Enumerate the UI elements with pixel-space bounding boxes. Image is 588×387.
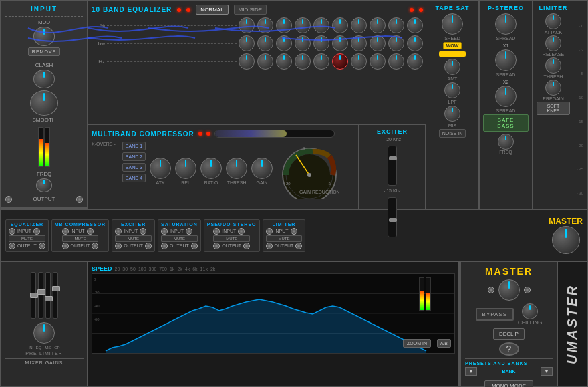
normal-mode-btn[interactable]: NORMAL: [196, 5, 228, 15]
safe-bass-btn[interactable]: SAFE BASS: [483, 114, 529, 132]
exciter-slider-2[interactable]: [388, 197, 397, 237]
eq-knob-bw-8[interactable]: [370, 35, 386, 51]
wow-btn[interactable]: WOW: [443, 42, 462, 49]
mono-mode-btn[interactable]: MONO MODE: [484, 380, 533, 387]
pstereo-spread2-knob[interactable]: [495, 49, 517, 71]
mud-knob[interactable]: [33, 27, 55, 46]
rel-knob[interactable]: [175, 158, 196, 179]
chain-mbcomp-mute[interactable]: MUTE: [62, 235, 99, 242]
fader-cp[interactable]: [53, 272, 58, 319]
remove-button[interactable]: REMOVE: [28, 47, 60, 56]
eq-knob-bw-5[interactable]: [313, 35, 329, 51]
atk-knob[interactable]: [150, 158, 171, 179]
eq-knob-bw-4[interactable]: [295, 35, 311, 51]
declip-btn[interactable]: DECLIP: [493, 328, 525, 340]
freq-11k: 11k: [200, 267, 208, 271]
limiter-controls: LIMITER ATTACK RELEASE THRESH PREGAIN SO…: [537, 5, 570, 205]
eq-knob-p-5[interactable]: [313, 17, 329, 33]
tape-speed-knob[interactable]: [442, 13, 463, 35]
chain-eq-mute[interactable]: MUTE: [9, 235, 45, 242]
eq-knob-hz-4[interactable]: [295, 53, 311, 70]
limiter-attack-knob[interactable]: [545, 13, 561, 29]
bank-down-arrow[interactable]: ▼: [541, 367, 553, 376]
band4-btn[interactable]: BAND 4: [122, 174, 146, 182]
eq-knob-bw-9[interactable]: [388, 35, 404, 51]
eq-knob-p-2[interactable]: [257, 17, 273, 33]
eq-knob-p-7[interactable]: [351, 17, 367, 33]
eq-knob-bw-1[interactable]: [239, 35, 255, 51]
eq-knob-bw-10[interactable]: [407, 35, 423, 51]
thresh-knob[interactable]: [226, 158, 247, 179]
bypass-btn[interactable]: BYPASS: [476, 308, 514, 321]
chain-mbcomp-output-label: OUTPUT: [71, 243, 90, 248]
tape-lpf-label: LPF: [448, 100, 457, 104]
eq-knob-p-8[interactable]: [370, 17, 386, 33]
eq-knob-bw-3[interactable]: [276, 35, 292, 51]
eq-knob-hz-6[interactable]: [332, 53, 348, 70]
ab-btn[interactable]: A/B: [437, 339, 451, 348]
mixer-label-eq: EQ: [35, 346, 41, 350]
freq-knob[interactable]: [36, 178, 52, 192]
eq-knob-hz-10[interactable]: [407, 53, 423, 70]
chain-eq-out-jack: [9, 243, 15, 249]
eq-knob-bw-6[interactable]: [332, 35, 348, 51]
band2-btn[interactable]: BAND 2: [122, 152, 146, 161]
fader-eq[interactable]: [38, 272, 43, 319]
chain-ps-mute[interactable]: MUTE: [213, 235, 250, 242]
question-btn[interactable]: ?: [499, 342, 519, 356]
chain-sat-mute[interactable]: MUTE: [161, 235, 198, 242]
limiter-release-knob[interactable]: [545, 35, 561, 51]
tape-lpf-knob[interactable]: [444, 82, 460, 98]
pstereo-spread3-knob[interactable]: [495, 86, 517, 107]
freq-30: 30: [122, 267, 128, 271]
noise-in-btn[interactable]: NOISE IN: [439, 129, 466, 138]
band3-btn[interactable]: BAND 3: [122, 163, 146, 172]
eq-knob-hz-3[interactable]: [276, 53, 292, 70]
pstereo-spread1-label: SPREAD: [496, 36, 516, 41]
prelimiter-knob[interactable]: [33, 322, 55, 344]
eq-knob-hz-7[interactable]: [351, 53, 367, 70]
tape-mix-knob[interactable]: [444, 106, 460, 122]
pstereo-spread1-knob[interactable]: [495, 13, 517, 35]
eq-knob-hz-9[interactable]: [388, 53, 404, 70]
pstereo-freq-label: FREQ: [499, 150, 512, 154]
exciter-slider[interactable]: [388, 146, 397, 186]
ratio-knob[interactable]: [200, 158, 222, 179]
eq-knob-p-4[interactable]: [295, 17, 311, 33]
limiter-pregain-knob[interactable]: [545, 80, 561, 96]
limiter-thresh-knob[interactable]: [545, 57, 561, 74]
band1-btn[interactable]: BAND 1: [122, 142, 146, 150]
master-vol-knob[interactable]: [498, 279, 520, 301]
chain-ps-controls: INPUT MUTE OUTPUT: [213, 228, 250, 249]
chain-master-knob[interactable]: [552, 226, 580, 254]
gain-knob[interactable]: [251, 158, 273, 179]
fader-ms[interactable]: [45, 272, 51, 319]
eq-knob-hz-8[interactable]: [370, 53, 386, 70]
limiter-title: LIMITER: [539, 5, 568, 11]
eq-knob-p-1[interactable]: [239, 17, 255, 33]
fader-in[interactable]: [31, 272, 36, 319]
spectrum-canvas: 0 -20 -40 -60 ZOOM IN A/B: [92, 273, 455, 354]
soft-knee-btn[interactable]: SOFT KNEE: [537, 102, 570, 115]
eq-knob-hz-2[interactable]: [257, 53, 273, 70]
eq-knob-bw-7[interactable]: [351, 35, 367, 51]
clash-knob[interactable]: [33, 70, 55, 89]
eq-knob-p-3[interactable]: [276, 17, 292, 33]
eq-knob-hz-5[interactable]: [313, 53, 329, 70]
tape-amt-knob[interactable]: [444, 59, 460, 75]
eq-knob-p-10[interactable]: [407, 17, 423, 33]
preset-down-arrow[interactable]: ▼: [465, 367, 477, 376]
eq-knob-bw-2[interactable]: [257, 35, 273, 51]
chain-lim-mute[interactable]: MUTE: [266, 235, 303, 242]
midside-mode-btn[interactable]: MID SIDE: [234, 5, 267, 15]
smooth-knob[interactable]: [30, 90, 58, 115]
eq-knob-p-6[interactable]: [332, 17, 348, 33]
chain-eq-input-row: INPUT: [9, 228, 45, 235]
chain-exciter-mute[interactable]: MUTE: [115, 235, 152, 242]
ceilling-knob[interactable]: [522, 303, 538, 319]
chain-exciter-in-jack: [115, 228, 122, 235]
pstereo-freq-knob[interactable]: [498, 134, 514, 150]
eq-knob-hz-1[interactable]: [239, 53, 255, 70]
eq-knob-p-9[interactable]: [388, 17, 404, 33]
xovers-slider[interactable]: [214, 130, 335, 138]
